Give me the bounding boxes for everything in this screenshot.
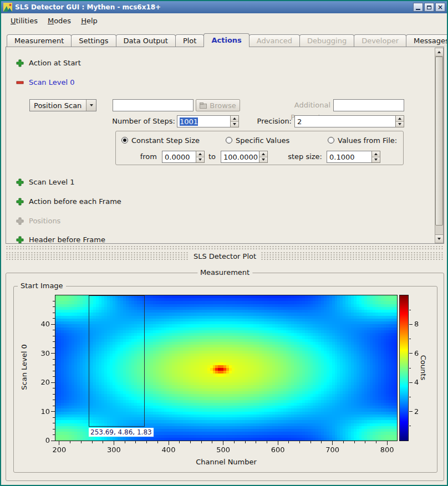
scan-level-0-label[interactable]: Scan Level 0 — [29, 78, 74, 87]
action-before-frame-label[interactable]: Action before each Frame — [29, 197, 121, 206]
spinner-buttons — [196, 151, 205, 163]
scan-level-1-row[interactable]: Scan Level 1 — [16, 178, 74, 187]
action-at-start-label[interactable]: Action at Start — [29, 59, 81, 68]
maximize-button[interactable] — [424, 3, 434, 12]
header-before-frame-label[interactable]: Header before Frame — [29, 236, 105, 244]
precision-input[interactable]: 2 — [294, 115, 404, 127]
splitter-handle[interactable] — [6, 245, 444, 250]
spin-up-button[interactable] — [196, 151, 204, 157]
expand-plus-icon[interactable] — [16, 198, 24, 206]
window-title: SLS Detector GUI : Mythen - mcs6x18+ — [15, 3, 412, 11]
tab-advanced: Advanced — [249, 34, 300, 47]
expand-plus-icon-disabled — [16, 217, 24, 225]
browse-icon — [200, 102, 207, 109]
from-value: 0.0000 — [165, 153, 190, 161]
additional-parameter-label: Additional Parameter: — [256, 99, 330, 111]
zoom-selection-rect — [89, 295, 145, 427]
menu-utilities-label: tilities — [16, 17, 38, 25]
additional-parameter-input[interactable] — [333, 99, 404, 111]
close-button[interactable]: × — [435, 3, 445, 12]
vertical-scrollbar[interactable] — [435, 48, 444, 243]
chevron-down-icon[interactable] — [86, 100, 96, 111]
spin-up-button[interactable] — [372, 151, 380, 157]
scan-level-1-label[interactable]: Scan Level 1 — [29, 178, 74, 187]
spin-up-button[interactable] — [231, 116, 238, 122]
expand-plus-icon[interactable] — [16, 178, 24, 186]
spin-up-button[interactable] — [396, 116, 404, 122]
radio-selected-icon[interactable] — [121, 137, 128, 144]
from-input[interactable]: 0.0000 — [162, 151, 205, 163]
spin-up-button[interactable] — [259, 151, 267, 157]
collapse-minus-icon[interactable] — [16, 79, 24, 86]
radio-specific-label[interactable]: Specific Values — [236, 136, 289, 145]
tab-data-output[interactable]: Data Output — [116, 34, 176, 47]
scroll-down-button[interactable] — [435, 234, 443, 243]
menu-modes[interactable]: Modes — [43, 15, 76, 27]
radio-icon[interactable] — [328, 137, 334, 144]
precision-label: Precision: — [254, 115, 292, 127]
measurement-group-title: Measurement — [197, 268, 252, 277]
spin-down-button[interactable] — [231, 122, 238, 127]
maximize-icon — [427, 6, 431, 9]
menu-help[interactable]: Help — [76, 15, 103, 27]
scan-level-0-row[interactable]: Scan Level 0 — [16, 78, 74, 87]
to-input[interactable]: 100.0000 — [221, 151, 268, 163]
radio-specific-values[interactable]: Specific Values — [226, 136, 289, 145]
title-bar[interactable]: SLS Detector GUI : Mythen - mcs6x18+ × — [1, 1, 447, 13]
radio-constant-label[interactable]: Constant Step Size — [131, 136, 200, 145]
tab-plot[interactable]: Plot — [175, 34, 205, 47]
scroll-up-button[interactable] — [435, 48, 443, 57]
radio-values-from-file[interactable]: Values from File: — [328, 136, 397, 145]
spin-down-button[interactable] — [372, 157, 380, 163]
radio-constant-step-size[interactable]: Constant Step Size — [121, 136, 200, 145]
step-size-value: 0.1000 — [329, 153, 355, 161]
menu-modes-label: odes — [54, 17, 71, 25]
tab-developer: Developer — [354, 34, 406, 47]
spinner-buttons — [395, 115, 404, 127]
menu-utilities-mnemonic: U — [11, 17, 16, 25]
tab-actions[interactable]: Actions — [203, 33, 249, 47]
number-of-steps-value: 1001 — [180, 117, 198, 126]
spinner-buttons — [230, 115, 239, 127]
header-before-frame-row[interactable]: Header before Frame — [16, 236, 105, 244]
browse-label: Browse — [210, 101, 236, 110]
to-label: to — [208, 151, 221, 163]
close-icon: × — [437, 4, 443, 11]
spin-down-button[interactable] — [196, 157, 204, 163]
scan-script-input[interactable] — [113, 99, 194, 111]
scan-mode-select[interactable]: Position Scan — [29, 99, 96, 111]
browse-button: Browse — [196, 99, 240, 111]
tab-messages[interactable]: Messages — [406, 34, 448, 47]
minimize-icon — [416, 9, 420, 10]
scan-mode-value: Position Scan — [34, 101, 82, 110]
step-mode-group: Constant Step Size Specific Values Value… — [115, 131, 404, 165]
step-size-label: step size: — [279, 151, 322, 163]
action-before-frame-row[interactable]: Action before each Frame — [16, 197, 121, 206]
colorbar-title: Counts — [419, 351, 427, 385]
action-at-start-row[interactable]: Action at Start — [16, 59, 81, 68]
spinner-buttons — [371, 151, 380, 163]
tab-settings[interactable]: Settings — [71, 34, 116, 47]
step-size-input[interactable]: 0.1000 — [327, 151, 380, 163]
menu-help-label: elp — [86, 17, 98, 25]
radio-icon[interactable] — [226, 137, 232, 144]
radio-file-label[interactable]: Values from File: — [338, 136, 397, 145]
tab-debugging: Debugging — [299, 34, 354, 47]
minimize-button[interactable] — [413, 3, 423, 12]
tab-measurement[interactable]: Measurement — [7, 34, 72, 47]
spin-down-button[interactable] — [259, 157, 267, 163]
spin-down-button[interactable] — [396, 122, 404, 127]
app-icon — [3, 3, 12, 12]
expand-plus-icon[interactable] — [16, 59, 24, 67]
plot-dock-titlebar[interactable]: SLS Detector Plot — [6, 252, 444, 261]
colorbar — [399, 295, 409, 441]
menu-modes-mnemonic: M — [48, 17, 54, 25]
from-label: from — [131, 151, 157, 163]
colorbar-canvas — [400, 295, 408, 441]
expand-plus-icon[interactable] — [16, 236, 24, 244]
y-axis-title: Scan Level 0 — [20, 337, 28, 398]
app-window: SLS Detector GUI : Mythen - mcs6x18+ × U… — [0, 0, 448, 486]
scrollbar-thumb[interactable] — [435, 57, 443, 226]
menu-utilities[interactable]: Utilities — [6, 15, 43, 27]
number-of-steps-input[interactable]: 1001 — [177, 115, 239, 127]
